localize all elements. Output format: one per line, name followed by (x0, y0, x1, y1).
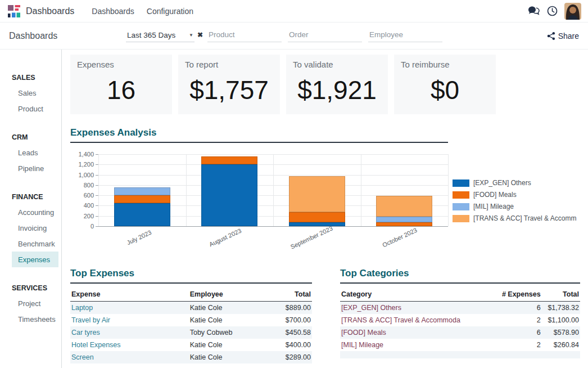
cell (542, 351, 580, 358)
product-filter-input[interactable] (207, 29, 282, 42)
column-header-expenses: # Expenses (499, 289, 542, 302)
app-logo-icon[interactable] (8, 5, 20, 17)
sidebar-item-benchmark[interactable]: Benchmark (12, 236, 58, 252)
share-icon (547, 32, 555, 41)
kpi-card-to-reimburse: To reimburse$0 (394, 55, 496, 114)
app-name: Dashboards (26, 6, 74, 16)
expense-link[interactable]: Travel by Air (70, 314, 189, 326)
menu-dashboards[interactable]: Dashboards (85, 7, 141, 16)
x-axis-label: July 2023 (125, 229, 152, 246)
expense-link[interactable]: Car tyres (70, 326, 189, 339)
top-categories-table: Category# ExpensesTotal[EXP_GEN] Others6… (340, 289, 580, 358)
legend-label: [FOOD] Meals (473, 191, 517, 199)
cell: $1,738.32 (542, 302, 580, 315)
y-axis-label: 1,000 (78, 172, 94, 178)
sidebar-item-sales[interactable]: Sales (12, 85, 58, 101)
sidebar-item-accounting[interactable]: Accounting (12, 204, 58, 220)
table-row: [TRANS & ACC] Travel & Accommoda2$1,100.… (340, 314, 580, 326)
y-axis-label: 1,200 (78, 161, 94, 168)
category-link[interactable]: [EXP_GEN] Others (340, 302, 499, 315)
cell: $578.90 (542, 326, 580, 339)
bar-segment-mil-mileage[interactable] (114, 187, 170, 195)
expenses-analysis-section: Expenses Analysis (70, 127, 448, 143)
share-button[interactable]: Share (547, 32, 579, 41)
bar-segment-exp-gen-others[interactable] (289, 222, 345, 226)
kpi-card-to-validate: To validate$1,921 (286, 55, 388, 114)
top-menu: Dashboards Configuration (85, 7, 200, 16)
expenses-analysis-chart: July 2023August 2023September 2023Octobe… (70, 150, 588, 249)
legend-label: [EXP_GEN] Others (473, 179, 531, 187)
x-axis-line (98, 226, 448, 227)
order-filter-input[interactable] (288, 29, 362, 42)
clear-filter-icon[interactable]: ✖ (197, 31, 203, 39)
expense-link[interactable]: Hotel Expenses (70, 339, 189, 351)
period-filter[interactable]: Last 365 Days ▼ (126, 30, 195, 42)
employee-filter-input[interactable] (368, 29, 442, 42)
kpi-value: 16 (70, 66, 172, 114)
sidebar-section-crm: CRM (12, 130, 61, 145)
bar-segment-food-meals[interactable] (376, 222, 432, 226)
category-link[interactable]: [MIL] Mileage (340, 339, 499, 351)
cell: $700.00 (269, 314, 312, 326)
x-axis-label: August 2023 (208, 227, 242, 248)
activities-clock-icon[interactable] (547, 6, 558, 16)
bar-segment-trans-acc-travel-accomm[interactable] (376, 196, 432, 217)
cell: $1,100.00 (542, 314, 580, 326)
top-expenses-title: Top Expenses (70, 268, 312, 284)
table-row: Hotel ExpensesKatie Cole$400.00 (70, 339, 312, 351)
legend-item-food-meals[interactable]: [FOOD] Meals (453, 191, 576, 199)
messages-icon[interactable] (527, 6, 540, 16)
cell: Katie Cole (189, 302, 269, 315)
bar-segment-mil-mileage[interactable] (376, 217, 432, 222)
table-row: LaptopKatie Cole$889.00 (70, 302, 312, 315)
column-header-employee: Employee (189, 289, 269, 302)
sidebar-item-leads[interactable]: Leads (12, 145, 58, 160)
y-axis-label: 800 (84, 182, 94, 189)
menu-configuration[interactable]: Configuration (141, 7, 200, 16)
table-row: Car tyresToby Cobweb$450.58 (70, 326, 312, 339)
expense-link[interactable]: Screen (70, 351, 189, 363)
chart-plot-area[interactable]: July 2023August 2023September 2023Octobe… (98, 154, 448, 226)
sidebar-item-pipeline[interactable]: Pipeline (12, 160, 58, 176)
bar-segment-exp-gen-others[interactable] (201, 164, 257, 226)
cell: 2 (499, 339, 542, 351)
sidebar-section-finance: FINANCE (12, 190, 61, 204)
sidebar-item-timesheets[interactable]: Timesheets (12, 311, 58, 327)
bar-segment-food-meals[interactable] (114, 195, 170, 203)
y-axis-label: 0 (91, 223, 94, 230)
sidebar-item-invoicing[interactable]: Invoicing (12, 220, 58, 236)
sidebar-item-expenses[interactable]: Expenses (12, 252, 58, 267)
expense-link[interactable]: Laptop (70, 302, 189, 315)
column-header-total: Total (269, 289, 312, 302)
category-link[interactable]: [TRANS & ACC] Travel & Accommoda (340, 314, 499, 326)
cell: 6 (499, 302, 542, 315)
bar-segment-food-meals[interactable] (289, 212, 345, 222)
gridline (98, 154, 99, 226)
bar-segment-food-meals[interactable] (201, 156, 257, 164)
cell: Katie Cole (189, 339, 269, 351)
cell: Katie Cole (189, 351, 269, 363)
bar-segment-exp-gen-others[interactable] (114, 203, 170, 226)
kpi-card-expenses: Expenses16 (70, 55, 172, 114)
category-link[interactable]: [FOOD] Meals (340, 326, 499, 339)
cell: Katie Cole (189, 314, 269, 326)
cell: 2 (499, 314, 542, 326)
y-axis-label: 600 (84, 192, 94, 199)
cell: $400.00 (269, 339, 312, 351)
legend-item-mil-mileage[interactable]: [MIL] Mileage (453, 203, 576, 210)
legend-label: [TRANS & ACC] Travel & Accomm (473, 214, 576, 222)
user-avatar[interactable] (564, 3, 581, 20)
legend-swatch (453, 179, 469, 187)
top-categories-section: Top Categories Category# ExpensesTotal[E… (340, 268, 580, 363)
sidebar-item-project[interactable]: Project (12, 295, 58, 311)
control-panel: Dashboards Last 365 Days ▼ ✖ Share (0, 23, 588, 50)
bar-segment-trans-acc-travel-accomm[interactable] (289, 176, 345, 212)
y-axis-label: 200 (84, 213, 94, 219)
y-axis-label: 1,400 (78, 151, 94, 158)
legend-item-exp-gen-others[interactable]: [EXP_GEN] Others (453, 179, 576, 187)
cell: $450.58 (269, 326, 312, 339)
gridline (448, 154, 449, 226)
column-header-total: Total (542, 289, 580, 302)
sidebar-item-product[interactable]: Product (12, 101, 58, 116)
legend-item-trans-acc-travel-accomm[interactable]: [TRANS & ACC] Travel & Accomm (453, 214, 576, 222)
